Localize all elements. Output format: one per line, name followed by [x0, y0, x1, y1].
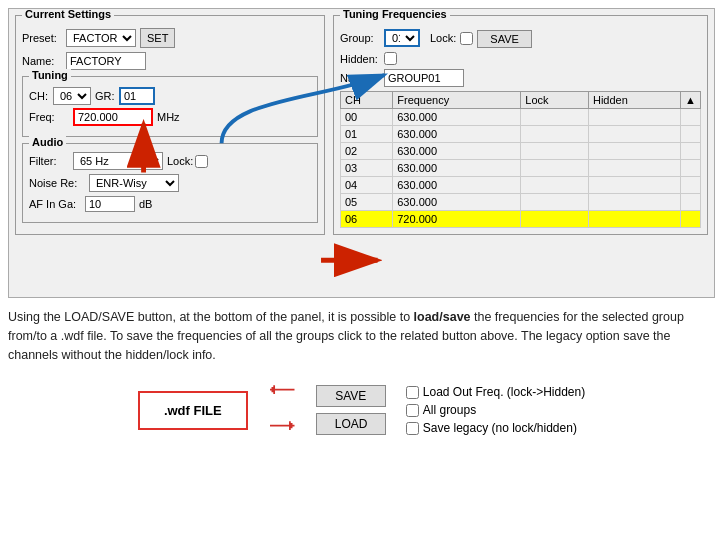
table-row[interactable]: 04630.000: [341, 177, 701, 194]
cell-hidden: [588, 143, 680, 160]
scroll-indicator: ▲: [681, 92, 701, 109]
cell-hidden: [588, 194, 680, 211]
preset-select[interactable]: FACTORY: [66, 29, 136, 47]
filter-select[interactable]: 65 Hz: [73, 152, 163, 170]
option-row-0: Load Out Freq. (lock->Hidden): [406, 385, 585, 399]
cell-freq: 630.000: [393, 109, 521, 126]
left-panel-title: Current Settings: [22, 8, 114, 20]
cell-scroll: [681, 109, 701, 126]
ch-select[interactable]: 06: [53, 87, 91, 105]
freq-input[interactable]: [73, 108, 153, 126]
ch-label: CH:: [29, 90, 49, 102]
save-load-col: SAVE LOAD: [316, 385, 386, 435]
table-row[interactable]: 01630.000: [341, 126, 701, 143]
cell-scroll: [681, 194, 701, 211]
group-label: Group:: [340, 32, 380, 44]
col-hidden: Hidden: [588, 92, 680, 109]
af-value: 10: [85, 196, 135, 212]
set-button[interactable]: SET: [140, 28, 175, 48]
left-panel: Current Settings Preset: FACTORY SET Nam…: [15, 15, 325, 235]
cell-hidden: [588, 177, 680, 194]
cell-ch: 01: [341, 126, 393, 143]
tuning-section: Tuning CH: 06 GR: Freq: MHz: [22, 76, 318, 137]
cell-lock: [521, 160, 589, 177]
col-ch: CH: [341, 92, 393, 109]
name-input[interactable]: [66, 52, 146, 70]
cell-freq: 630.000: [393, 143, 521, 160]
cell-scroll: [681, 143, 701, 160]
cell-hidden: [588, 126, 680, 143]
cell-lock: [521, 211, 589, 228]
save-button-right[interactable]: SAVE: [477, 30, 532, 48]
right-panel-title: Tuning Frequencies: [340, 8, 450, 20]
audio-section: Audio Filter: 65 Hz Lock: Noise Re: ENR-…: [22, 143, 318, 223]
freq-unit: MHz: [157, 111, 180, 123]
option-row-1: All groups: [406, 403, 585, 417]
cell-freq: 630.000: [393, 177, 521, 194]
table-row[interactable]: 05630.000: [341, 194, 701, 211]
group-name-label: Name:: [340, 72, 380, 84]
af-label: AF In Ga:: [29, 198, 81, 210]
lock-checkbox-right[interactable]: [460, 32, 473, 45]
option-label-2: Save legacy (no lock/hidden): [423, 421, 577, 435]
cell-ch: 02: [341, 143, 393, 160]
cell-hidden: [588, 109, 680, 126]
tuning-title: Tuning: [29, 69, 71, 81]
option-label-1: All groups: [423, 403, 476, 417]
cell-freq: 630.000: [393, 160, 521, 177]
option-label-0: Load Out Freq. (lock->Hidden): [423, 385, 585, 399]
preset-label: Preset:: [22, 32, 62, 44]
screenshot-area: Current Settings Preset: FACTORY SET Nam…: [8, 8, 715, 298]
cell-ch: 05: [341, 194, 393, 211]
cell-lock: [521, 143, 589, 160]
cell-scroll: [681, 126, 701, 143]
desc-bold: load/save: [414, 310, 471, 324]
cell-ch: 06: [341, 211, 393, 228]
freq-label: Freq:: [29, 111, 69, 123]
cell-lock: [521, 109, 589, 126]
desc-prefix: Using the LOAD/SAVE button, at the botto…: [8, 310, 414, 324]
cell-lock: [521, 194, 589, 211]
table-row[interactable]: 06720.000: [341, 211, 701, 228]
options-col: Load Out Freq. (lock->Hidden) All groups…: [406, 385, 585, 435]
audio-title: Audio: [29, 136, 66, 148]
frequency-table: CH Frequency Lock Hidden ▲ 00630.0000163…: [340, 91, 701, 228]
option-checkbox-1[interactable]: [406, 404, 419, 417]
cell-freq: 720.000: [393, 211, 521, 228]
option-checkbox-0[interactable]: [406, 386, 419, 399]
hidden-checkbox-right[interactable]: [384, 52, 397, 65]
cell-lock: [521, 177, 589, 194]
cell-scroll: [681, 211, 701, 228]
cell-scroll: [681, 177, 701, 194]
hidden-label-right: Hidden:: [340, 53, 378, 65]
wdf-file-button[interactable]: .wdf FILE: [138, 391, 248, 430]
cell-ch: 04: [341, 177, 393, 194]
lock-checkbox[interactable]: [195, 155, 208, 168]
group-name-input[interactable]: [384, 69, 464, 87]
group-select[interactable]: 01: [384, 29, 420, 47]
gr-input[interactable]: [119, 87, 155, 105]
table-row[interactable]: 02630.000: [341, 143, 701, 160]
lock-label: Lock:: [167, 155, 208, 168]
cell-lock: [521, 126, 589, 143]
bottom-section: .wdf FILE ⭠ ⭢ SAVE LOAD Load Out Freq. (…: [8, 378, 715, 442]
cell-freq: 630.000: [393, 194, 521, 211]
table-row[interactable]: 00630.000: [341, 109, 701, 126]
name-label: Name:: [22, 55, 62, 67]
cell-ch: 03: [341, 160, 393, 177]
noise-select[interactable]: ENR-Wisy: [89, 174, 179, 192]
option-checkbox-2[interactable]: [406, 422, 419, 435]
lock-label-right: Lock:: [430, 32, 456, 44]
table-row[interactable]: 03630.000: [341, 160, 701, 177]
save-bottom-button[interactable]: SAVE: [316, 385, 386, 407]
col-lock: Lock: [521, 92, 589, 109]
description-text: Using the LOAD/SAVE button, at the botto…: [8, 308, 715, 364]
cell-ch: 00: [341, 109, 393, 126]
cell-hidden: [588, 211, 680, 228]
load-button[interactable]: LOAD: [316, 413, 386, 435]
gr-label: GR:: [95, 90, 115, 102]
col-frequency: Frequency: [393, 92, 521, 109]
right-panel: Tuning Frequencies Group: 01 Lock: SAVE …: [333, 15, 708, 235]
noise-label: Noise Re:: [29, 177, 85, 189]
cell-scroll: [681, 160, 701, 177]
